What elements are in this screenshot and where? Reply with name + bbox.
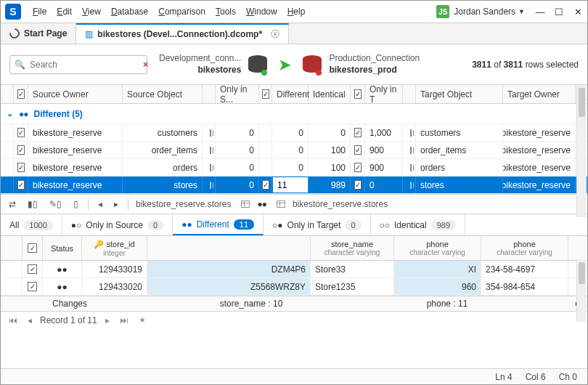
source-conn-name: Development_conn... xyxy=(159,53,241,65)
row-oit-checkbox[interactable] xyxy=(354,163,362,172)
row-oit-checkbox[interactable] xyxy=(354,128,362,137)
col-target-object[interactable]: Target Object xyxy=(416,85,503,103)
table-row[interactable]: bikestore_reservecustomers0001,000custom… xyxy=(1,124,587,142)
cell-identical: 100 xyxy=(309,159,351,176)
nav-first-button[interactable]: ⏮ xyxy=(7,315,20,325)
edit-button[interactable]: ✎▯ xyxy=(47,198,64,211)
table-row[interactable]: bikestore_reserveorders00100900ordersbik… xyxy=(1,159,587,177)
user-menu-caret[interactable]: ▼ xyxy=(518,8,525,15)
layout-button[interactable]: ▯ xyxy=(71,198,81,211)
cell-different: 0 xyxy=(272,142,309,158)
detail-row-checkbox[interactable] xyxy=(28,282,37,291)
tab-close-icon[interactable]: ⓧ xyxy=(271,28,279,41)
cell-source-owner: bikestore_reserve xyxy=(28,159,123,176)
cell-different: 0 xyxy=(272,124,309,141)
table-row[interactable]: bikestore_reservestores0119890storesbike… xyxy=(1,177,587,194)
target-connection: Production_Connection bikestores_prod xyxy=(303,53,420,76)
detail-right-title: bikestore_reserve.stores xyxy=(293,199,388,209)
menu-database[interactable]: Database xyxy=(107,4,152,19)
source-connection: Development_conn... bikestores xyxy=(159,53,267,76)
tab-document[interactable]: ▥ bikestores (Devel...Connection).dcomp*… xyxy=(76,23,289,44)
cell-source-object: stores xyxy=(123,177,203,193)
table-icon xyxy=(410,129,412,137)
document-icon: ▥ xyxy=(85,29,93,39)
nav-prev-button[interactable]: ◂ xyxy=(25,315,34,325)
detail-diff-value: DZM4P6 xyxy=(147,261,311,277)
col-source-object[interactable]: Source Object xyxy=(123,85,203,103)
detail-store-name: Store33 xyxy=(311,261,394,277)
col-source-owner[interactable]: Source Owner xyxy=(28,85,123,103)
cell-different[interactable]: 11 xyxy=(272,177,309,193)
ftab-all[interactable]: All1000 xyxy=(1,214,62,235)
menu-help[interactable]: Help xyxy=(283,4,310,19)
col-different[interactable]: Different xyxy=(272,85,309,103)
source-db-icon xyxy=(248,54,267,76)
columns-button[interactable]: ▮▯ xyxy=(25,198,40,211)
next-diff-button[interactable]: ▸ xyxy=(112,198,121,211)
user-name[interactable]: Jordan Sanders xyxy=(454,7,515,17)
cell-only-in-source: 0 xyxy=(216,124,259,141)
user-badge: JS xyxy=(436,5,449,18)
close-button[interactable]: ✕ xyxy=(573,7,583,17)
row-oit-checkbox[interactable] xyxy=(354,180,362,190)
table-row[interactable]: bikestore_reserveorder_items00100900orde… xyxy=(1,142,587,159)
grid-scrollbar[interactable] xyxy=(576,85,587,217)
col-target-owner[interactable]: Target Owner xyxy=(503,85,576,103)
col-only-in-target[interactable]: Only in T xyxy=(365,85,403,103)
record-nav: ⏮ ◂ Record 1 of 11 ▸ ⏭ ✶ xyxy=(1,312,587,329)
detail-row[interactable]: ●●129433020Z5568WRZ8YStore1235960354-984… xyxy=(1,278,587,296)
statusbar: Ln 4 Col 6 Ch 0 xyxy=(1,368,587,384)
row-oit-checkbox[interactable] xyxy=(354,145,362,155)
nav-refresh-button[interactable]: ✶ xyxy=(136,315,148,325)
col-identical[interactable]: Identical xyxy=(309,85,351,103)
row-checkbox[interactable] xyxy=(17,163,25,172)
menu-view[interactable]: View xyxy=(78,4,105,19)
ftab-identical[interactable]: ○○Identical989 xyxy=(371,214,466,235)
cell-source-owner: bikestore_reserve xyxy=(28,177,123,193)
header-checkbox[interactable] xyxy=(17,89,25,99)
menubar: File Edit View Database Comparison Tools… xyxy=(28,4,436,19)
search-input[interactable] xyxy=(30,60,139,70)
row-checkbox[interactable] xyxy=(17,180,25,190)
grid-header: Source Owner Source Object Only in S... … xyxy=(1,85,587,104)
detail-store-name: Store1235 xyxy=(311,278,394,295)
detail-row-checkbox[interactable] xyxy=(28,264,37,274)
row-checkbox[interactable] xyxy=(17,145,25,155)
row-diff-checkbox[interactable] xyxy=(262,180,269,190)
cell-target-owner: bikestore_reserve xyxy=(503,177,576,193)
detail-diff-value: Z5568WRZ8Y xyxy=(147,278,311,295)
tab-start-label: Start Page xyxy=(24,28,67,38)
clear-search-icon[interactable]: × xyxy=(143,60,148,70)
menu-comparison[interactable]: Comparison xyxy=(154,4,210,19)
detail-status: ●● xyxy=(43,278,82,295)
tab-start-page[interactable]: Start Page xyxy=(1,23,76,44)
detail-phone-target: 234-58-4697 xyxy=(481,261,568,277)
cell-only-in-source: 0 xyxy=(216,142,259,158)
maximize-button[interactable]: ☐ xyxy=(554,7,564,17)
nav-last-button[interactable]: ⏭ xyxy=(118,315,131,325)
detail-scrollbar[interactable] xyxy=(576,259,587,322)
detail-left-title: bikestore_reserve.stores xyxy=(136,199,231,209)
row-checkbox[interactable] xyxy=(17,128,25,137)
col-only-in-source[interactable]: Only in S... xyxy=(216,85,259,103)
table-icon xyxy=(210,164,211,171)
menu-file[interactable]: File xyxy=(28,4,51,19)
sync-button[interactable]: ⇄ xyxy=(7,198,18,211)
ftab-only-source[interactable]: ●○Only in Source0 xyxy=(62,214,173,235)
col-diff-checkbox[interactable] xyxy=(262,89,269,99)
record-position: Record 1 of 11 xyxy=(40,315,97,325)
section-different[interactable]: ⌄ ●● Different (5) xyxy=(1,104,587,124)
ftab-different[interactable]: ●●Different11 xyxy=(173,214,264,235)
detail-header: Status 🔑 store_idinteger store_namechara… xyxy=(1,236,587,261)
nav-next-button[interactable]: ▸ xyxy=(103,315,112,325)
cell-source-owner: bikestore_reserve xyxy=(28,124,123,141)
ftab-only-target[interactable]: ○●Only in Target0 xyxy=(264,214,370,235)
menu-tools[interactable]: Tools xyxy=(211,4,240,19)
detail-row[interactable]: ●●129433019DZM4P6Store33XI234-58-4697 xyxy=(1,261,587,278)
col-oit-checkbox[interactable] xyxy=(354,89,362,99)
menu-window[interactable]: Window xyxy=(242,4,282,19)
menu-edit[interactable]: Edit xyxy=(52,4,76,19)
detail-header-checkbox[interactable] xyxy=(28,243,37,253)
prev-diff-button[interactable]: ◂ xyxy=(96,198,105,211)
minimize-button[interactable]: — xyxy=(535,7,545,17)
